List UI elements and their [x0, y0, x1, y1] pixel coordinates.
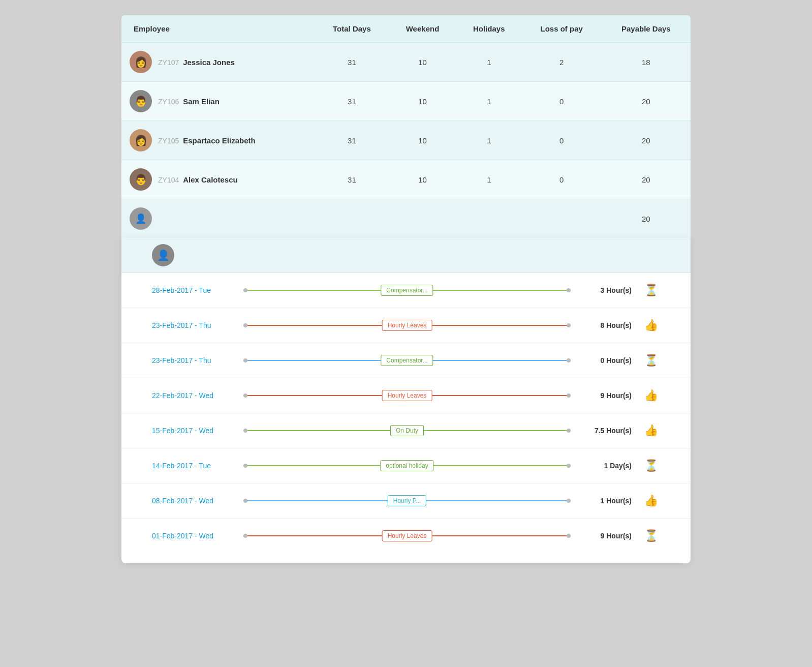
timeline: On Duty	[243, 422, 571, 439]
timeline: Compensator...	[243, 282, 571, 298]
timeline-label: Compensator...	[381, 355, 433, 366]
holidays-cell: 1	[456, 121, 522, 160]
thumbsup-icon: 👍	[644, 494, 658, 507]
col-payable-days: Payable Days	[602, 15, 691, 43]
timeline-dot-left	[243, 323, 247, 327]
detail-date[interactable]: 08-Feb-2017 - Wed	[152, 497, 233, 505]
timeline-dot-left	[243, 288, 247, 292]
detail-status-icon: ⏳	[642, 354, 660, 367]
timeline: Hourly Leaves	[243, 528, 571, 544]
holidays-cell: 1	[456, 82, 522, 121]
hourglass-icon: ⏳	[644, 284, 658, 296]
col-holidays: Holidays	[456, 15, 522, 43]
detail-hours: 1 Hour(s)	[581, 497, 632, 505]
col-employee: Employee	[121, 15, 315, 43]
list-item: 28-Feb-2017 - Tue Compensator... 3 Hour(…	[121, 273, 691, 308]
detail-date[interactable]: 23-Feb-2017 - Thu	[152, 321, 233, 329]
table-row[interactable]: 👩 ZY105 Espartaco Elizabeth 31 10 1 0 20	[121, 121, 691, 160]
timeline-label: Hourly P...	[388, 495, 426, 506]
table-row[interactable]: 👨 ZY104 Alex Calotescu 31 10 1 0 20	[121, 160, 691, 199]
col-total-days: Total Days	[315, 15, 389, 43]
employee-cell: 👤	[121, 199, 315, 238]
page-container: Employee Total Days Weekend Holidays Los…	[121, 15, 691, 563]
detail-status-icon: ⏳	[642, 284, 660, 297]
employee-cell: 👩 ZY107 Jessica Jones	[121, 43, 315, 82]
list-item: 08-Feb-2017 - Wed Hourly P... 1 Hour(s) …	[121, 483, 691, 519]
list-item: 14-Feb-2017 - Tue optional holiday 1 Day…	[121, 448, 691, 483]
employee-table: Employee Total Days Weekend Holidays Los…	[121, 15, 691, 238]
detail-status-icon: 👍	[642, 319, 660, 332]
timeline-label: Compensator...	[381, 285, 433, 296]
timeline-dot-right	[567, 499, 571, 503]
timeline-dot-right	[567, 464, 571, 468]
detail-date[interactable]: 28-Feb-2017 - Tue	[152, 286, 233, 294]
employee-name: Jessica Jones	[183, 58, 235, 67]
timeline-dot-left	[243, 464, 247, 468]
employee-id: ZY104	[158, 176, 181, 184]
detail-date[interactable]: 15-Feb-2017 - Wed	[152, 427, 233, 435]
hourglass-icon: ⏳	[644, 529, 658, 542]
timeline-dot-right	[567, 534, 571, 538]
detail-hours: 0 Hour(s)	[581, 356, 632, 365]
employee-id: ZY106	[158, 98, 181, 106]
timeline-dot-right	[567, 323, 571, 327]
timeline-dot-right	[567, 358, 571, 362]
payable-days-cell: 20	[602, 160, 691, 199]
timeline-dot-left	[243, 534, 247, 538]
loss-of-pay-cell: 0	[522, 121, 602, 160]
timeline: optional holiday	[243, 458, 571, 474]
loss-of-pay-cell: 2	[522, 43, 602, 82]
timeline-dot-left	[243, 393, 247, 398]
loss-of-pay-cell	[522, 199, 602, 238]
hourglass-icon: ⏳	[644, 459, 658, 472]
timeline: Compensator...	[243, 352, 571, 369]
detail-date[interactable]: 23-Feb-2017 - Thu	[152, 356, 233, 365]
list-item: 01-Feb-2017 - Wed Hourly Leaves 9 Hour(s…	[121, 519, 691, 553]
timeline-dot-right	[567, 393, 571, 398]
employee-cell: 👩 ZY105 Espartaco Elizabeth	[121, 121, 315, 160]
detail-hours: 9 Hour(s)	[581, 532, 632, 540]
holidays-cell	[456, 199, 522, 238]
thumbsup-icon: 👍	[644, 424, 658, 437]
timeline-label: On Duty	[390, 425, 424, 436]
timeline-dot-left	[243, 499, 247, 503]
total-days-cell	[315, 199, 389, 238]
col-loss-of-pay: Loss of pay	[522, 15, 602, 43]
employee-cell: 👨 ZY104 Alex Calotescu	[121, 160, 315, 199]
payable-days-cell: 18	[602, 43, 691, 82]
table-row[interactable]: 👩 ZY107 Jessica Jones 31 10 1 2 18	[121, 43, 691, 82]
avatar: 👤	[130, 207, 152, 230]
total-days-cell: 31	[315, 43, 389, 82]
list-item: 15-Feb-2017 - Wed On Duty 7.5 Hour(s) 👍	[121, 413, 691, 448]
detail-hours: 8 Hour(s)	[581, 321, 632, 329]
detail-date[interactable]: 22-Feb-2017 - Wed	[152, 391, 233, 400]
detail-date[interactable]: 01-Feb-2017 - Wed	[152, 532, 233, 540]
table-row[interactable]: 👨 ZY106 Sam Elian 31 10 1 0 20	[121, 82, 691, 121]
detail-status-icon: 👍	[642, 494, 660, 507]
timeline-label: Hourly Leaves	[382, 390, 432, 401]
thumbsup-icon: 👍	[644, 389, 658, 402]
timeline: Hourly Leaves	[243, 387, 571, 404]
thumbsup-icon: 👍	[644, 319, 658, 331]
total-days-cell: 31	[315, 121, 389, 160]
employee-name: Alex Calotescu	[183, 175, 238, 184]
detail-hours: 7.5 Hour(s)	[581, 427, 632, 435]
detail-panel: 👤 28-Feb-2017 - Tue Compensator... 3 Hou…	[121, 238, 691, 563]
weekend-cell: 10	[389, 43, 456, 82]
total-days-cell: 31	[315, 82, 389, 121]
timeline-dot-left	[243, 358, 247, 362]
loss-of-pay-cell: 0	[522, 160, 602, 199]
hourglass-icon: ⏳	[644, 354, 658, 367]
col-weekend: Weekend	[389, 15, 456, 43]
timeline-label: Hourly Leaves	[382, 530, 432, 541]
employee-name: Sam Elian	[183, 97, 220, 106]
detail-status-icon: ⏳	[642, 459, 660, 472]
list-item: 23-Feb-2017 - Thu Compensator... 0 Hour(…	[121, 343, 691, 378]
timeline-label: optional holiday	[380, 460, 433, 471]
timeline: Hourly Leaves	[243, 317, 571, 334]
list-item: 22-Feb-2017 - Wed Hourly Leaves 9 Hour(s…	[121, 378, 691, 413]
timeline: Hourly P...	[243, 493, 571, 509]
table-row: 👤 20	[121, 199, 691, 238]
detail-date[interactable]: 14-Feb-2017 - Tue	[152, 462, 233, 470]
weekend-cell	[389, 199, 456, 238]
